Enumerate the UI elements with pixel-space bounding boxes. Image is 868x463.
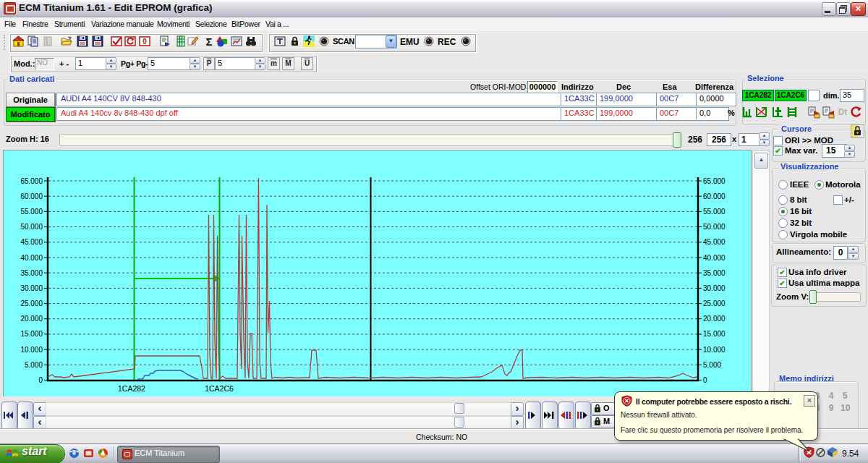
svg-text:15.000: 15.000: [20, 330, 43, 338]
svg-text:55.000: 55.000: [20, 208, 43, 216]
svg-text:Σ: Σ: [205, 35, 212, 47]
svg-text:45.000: 45.000: [20, 238, 43, 246]
svg-text:0: 0: [703, 376, 707, 384]
svg-text:0: 0: [142, 38, 147, 46]
svg-text:30.000: 30.000: [20, 284, 43, 292]
svg-text:60.000: 60.000: [703, 192, 726, 200]
svg-text:10.000: 10.000: [20, 346, 43, 354]
svg-text:60.000: 60.000: [20, 192, 43, 200]
svg-text:55.000: 55.000: [703, 208, 726, 216]
svg-text:50.000: 50.000: [20, 223, 43, 231]
svg-text:Dt: Dt: [838, 107, 848, 117]
svg-text:5.000: 5.000: [703, 361, 721, 369]
svg-text:40.000: 40.000: [703, 254, 726, 262]
svg-text:65.000: 65.000: [703, 177, 726, 185]
svg-text:1CA282: 1CA282: [118, 384, 145, 393]
svg-text:35.000: 35.000: [703, 269, 726, 277]
svg-text:15.000: 15.000: [703, 330, 726, 338]
svg-text:45.000: 45.000: [703, 238, 726, 246]
svg-text:40.000: 40.000: [20, 254, 43, 262]
svg-text:10.000: 10.000: [703, 346, 726, 354]
svg-text:25.000: 25.000: [703, 300, 726, 307]
svg-text:25.000: 25.000: [20, 300, 43, 307]
svg-text:1CA2C6: 1CA2C6: [205, 384, 234, 393]
svg-text:0: 0: [38, 376, 43, 384]
svg-text:5.000: 5.000: [25, 361, 43, 369]
svg-text:50.000: 50.000: [703, 223, 726, 231]
svg-text:20.000: 20.000: [20, 315, 43, 323]
svg-text:35.000: 35.000: [20, 269, 43, 277]
svg-text:65.000: 65.000: [20, 177, 43, 185]
svg-text:20.000: 20.000: [703, 315, 726, 323]
svg-text:30.000: 30.000: [703, 284, 726, 292]
